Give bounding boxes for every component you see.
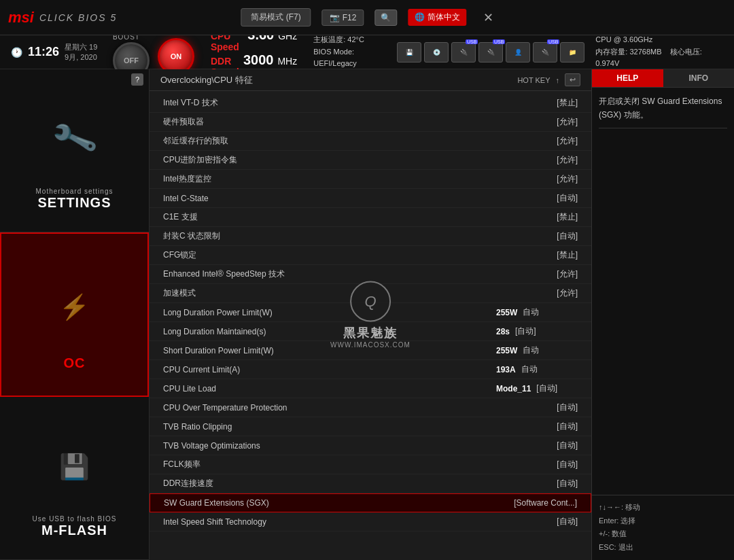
setting-value: [允许] xyxy=(496,116,578,128)
setting-row[interactable]: Intel热度监控[允许] xyxy=(150,170,591,189)
sidebar-item-mflash[interactable]: 💾 Use USB to flash BIOS M-FLASH xyxy=(0,397,149,560)
setting-row[interactable]: SW Guard Extensions (SGX)[Software Cont.… xyxy=(150,493,591,512)
setting-value: [自动] xyxy=(496,459,578,470)
setting-name: CFG锁定 xyxy=(163,249,496,261)
setting-row[interactable]: Enhanced Intel® SpeedStep 技术[允许] xyxy=(150,265,591,284)
setting-value: [允许] xyxy=(496,287,578,299)
setting-value: [禁止] xyxy=(496,211,578,223)
mflash-title: M-FLASH xyxy=(41,523,107,538)
setting-name: 硬件预取器 xyxy=(163,116,496,128)
settings-icon-area: 🔧 xyxy=(0,90,149,188)
help-divider xyxy=(599,128,727,128)
setting-row[interactable]: CFG锁定[禁止] xyxy=(150,246,591,265)
setting-row[interactable]: CPU Lite LoadMode_11[自动] xyxy=(150,379,591,398)
setting-name: CPU Lite Load xyxy=(163,384,496,393)
boot-device-hdd[interactable]: 💾 xyxy=(397,42,421,63)
cd-icon: 💿 xyxy=(433,49,440,56)
time-display: 11:26 xyxy=(28,45,59,59)
right-help-content: 开启或关闭 SW Guard Extensions (SGX) 功能。 xyxy=(592,88,734,495)
setting-value: [自动] xyxy=(496,421,578,432)
usb3-icon: 🔌 xyxy=(542,49,549,56)
setting-name: CPU Over Temperature Protection xyxy=(163,403,496,413)
hotkey-area: HOT KEY ↑ ↩ xyxy=(517,73,580,86)
setting-name: Intel热度监控 xyxy=(163,173,496,185)
setting-row[interactable]: Intel Speed Shift Technology[自动] xyxy=(150,512,591,531)
setting-value: [自动] xyxy=(496,440,578,451)
setting-row[interactable]: CPU Current Limit(A)193A自动 xyxy=(150,360,591,379)
usb-badge-1: USB xyxy=(466,39,478,44)
easy-mode-button[interactable]: 简易模式 (F7) xyxy=(241,8,311,27)
setting-row[interactable]: CPU Over Temperature Protection[自动] xyxy=(150,398,591,417)
setting-name: 邻近缓存行的预取 xyxy=(163,135,496,147)
usb2-icon: 🔌 xyxy=(487,49,495,56)
setting-name: Intel Speed Shift Technology xyxy=(163,517,496,527)
setting-name: CPU进阶加密指令集 xyxy=(163,154,496,166)
setting-name: CPU Current Limit(A) xyxy=(163,365,496,374)
oc-icon-area: ⚡ xyxy=(1,258,147,355)
nav-help-line: Enter: 选择 xyxy=(599,514,727,528)
setting-row[interactable]: 邻近缓存行的预取[允许] xyxy=(150,132,591,151)
logo-area: msi CLICK BIOS 5 xyxy=(8,9,117,27)
f12-button[interactable]: 📷 F12 xyxy=(322,10,364,26)
setting-value: Mode_11[自动] xyxy=(496,383,578,394)
boot-device-floppy[interactable]: 📁 xyxy=(560,42,584,63)
mflash-sub-label: Use USB to flash BIOS xyxy=(33,515,117,523)
human-icon: 👤 xyxy=(514,49,522,56)
settings-list: Intel VT-D 技术[禁止]硬件预取器[允许]邻近缓存行的预取[允许]CP… xyxy=(150,91,591,560)
setting-row[interactable]: 加速模式[允许] xyxy=(150,284,591,303)
setting-row[interactable]: DDR连接速度[自动] xyxy=(150,474,591,493)
setting-name: 封装C 状态限制 xyxy=(163,230,496,242)
setting-row[interactable]: FCLK频率[自动] xyxy=(150,455,591,474)
setting-name: DDR连接速度 xyxy=(163,478,496,489)
setting-row[interactable]: TVB Ratio Clipping[自动] xyxy=(150,417,591,436)
setting-row[interactable]: CPU进阶加密指令集[允许] xyxy=(150,151,591,170)
floppy-icon: 📁 xyxy=(569,49,576,56)
tab-help[interactable]: HELP xyxy=(592,69,663,87)
ddr-speed-unit: MHz xyxy=(277,56,297,67)
tab-info[interactable]: INFO xyxy=(663,69,735,87)
search-button[interactable]: 🔍 xyxy=(374,10,397,26)
setting-row[interactable]: C1E 支援[禁止] xyxy=(150,208,591,227)
setting-name: FCLK频率 xyxy=(163,459,496,470)
boot-device-usb3[interactable]: 🔌 USB xyxy=(533,42,557,63)
setting-name: Intel VT-D 技术 xyxy=(163,97,496,109)
setting-value: 28s[自动] xyxy=(496,326,578,337)
setting-name: TVB Voltage Optimizations xyxy=(163,441,496,451)
setting-name: Short Duration Power Limit(W) xyxy=(163,346,496,355)
boot-device-human[interactable]: 👤 xyxy=(506,42,530,63)
close-button[interactable]: ✕ xyxy=(483,10,493,25)
setting-row[interactable]: Long Duration Power Limit(W)255W自动 xyxy=(150,303,591,322)
setting-name: 加速模式 xyxy=(163,287,496,299)
screenshot-icon: 📷 xyxy=(330,13,340,22)
boot-device-usb2[interactable]: 🔌 USB xyxy=(478,42,503,63)
setting-row[interactable]: Long Duration Maintained(s)28s[自动] xyxy=(150,322,591,341)
language-button[interactable]: 🌐 简体中文 xyxy=(408,9,466,26)
boot-devices: 💾 💿 🔌 USB 🔌 USB 👤 🔌 USB 📁 xyxy=(397,42,584,63)
nav-help-line: ↑↓→←: 移动 xyxy=(599,501,727,514)
main-content: ? 🔧 Motherboard settings SETTINGS ⚡ OC 💾… xyxy=(0,69,734,560)
oc-icon: ⚡ xyxy=(59,293,90,321)
setting-value: 193A自动 xyxy=(496,364,578,375)
setting-value: [允许] xyxy=(496,173,578,185)
setting-row[interactable]: TVB Voltage Optimizations[自动] xyxy=(150,436,591,455)
setting-row[interactable]: 封装C 状态限制[自动] xyxy=(150,227,591,246)
xmp-section: XMP ON xyxy=(158,29,194,75)
setting-name: Long Duration Power Limit(W) xyxy=(163,308,496,317)
nav-help-line: ESC: 退出 xyxy=(599,541,727,555)
sidebar-item-settings[interactable]: 🔧 Motherboard settings SETTINGS xyxy=(0,69,149,232)
setting-row[interactable]: Intel VT-D 技术[禁止] xyxy=(150,94,591,113)
top-bar: msi CLICK BIOS 5 简易模式 (F7) 📷 F12 🔍 🌐 简体中… xyxy=(0,0,734,35)
setting-value: [禁止] xyxy=(496,249,578,261)
setting-value: [自动] xyxy=(496,230,578,242)
boot-device-cd[interactable]: 💿 xyxy=(424,42,449,63)
search-icon: 🔍 xyxy=(381,13,391,22)
sidebar-item-oc[interactable]: ⚡ OC xyxy=(0,232,149,398)
setting-name: C1E 支援 xyxy=(163,211,496,223)
boot-device-usb1[interactable]: 🔌 USB xyxy=(451,42,476,63)
setting-row[interactable]: 硬件预取器[允许] xyxy=(150,113,591,132)
usb-badge-2: USB xyxy=(493,39,505,44)
back-button[interactable]: ↩ xyxy=(565,73,580,86)
setting-row[interactable]: Intel C-State[自动] xyxy=(150,189,591,208)
bios-mode: BIOS Mode: UEFI/Legacy xyxy=(313,46,378,70)
setting-row[interactable]: Short Duration Power Limit(W)255W自动 xyxy=(150,341,591,360)
